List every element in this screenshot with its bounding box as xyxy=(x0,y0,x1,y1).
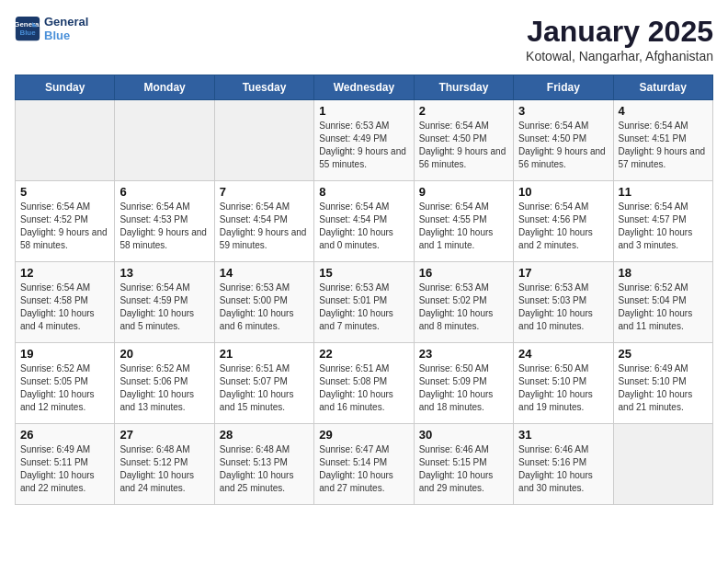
day-info: Sunrise: 6:53 AMSunset: 5:01 PMDaylight:… xyxy=(319,282,408,333)
calendar-cell: 4Sunrise: 6:54 AMSunset: 4:51 PMDaylight… xyxy=(613,100,712,181)
calendar-cell: 30Sunrise: 6:46 AMSunset: 5:15 PMDayligh… xyxy=(414,424,513,505)
day-info: Sunrise: 6:52 AMSunset: 5:05 PMDaylight:… xyxy=(20,362,109,414)
calendar-cell: 23Sunrise: 6:50 AMSunset: 5:09 PMDayligh… xyxy=(414,343,513,424)
calendar-cell: 16Sunrise: 6:53 AMSunset: 5:02 PMDayligh… xyxy=(414,262,513,343)
day-number: 21 xyxy=(220,347,309,361)
day-number: 31 xyxy=(518,428,608,442)
day-number: 11 xyxy=(619,185,708,199)
day-info: Sunrise: 6:46 AMSunset: 5:16 PMDaylight:… xyxy=(518,443,608,495)
calendar-cell xyxy=(115,100,214,181)
day-info: Sunrise: 6:50 AMSunset: 5:10 PMDaylight:… xyxy=(518,362,608,414)
calendar-cell: 3Sunrise: 6:54 AMSunset: 4:50 PMDaylight… xyxy=(514,100,613,181)
day-number: 14 xyxy=(220,266,309,280)
calendar-cell: 12Sunrise: 6:54 AMSunset: 4:58 PMDayligh… xyxy=(16,262,115,343)
calendar-table: SundayMondayTuesdayWednesdayThursdayFrid… xyxy=(15,75,713,505)
logo-line2: Blue xyxy=(44,29,88,42)
calendar-cell: 7Sunrise: 6:54 AMSunset: 4:54 PMDaylight… xyxy=(214,181,313,262)
title-block: January 2025 Kotowal, Nangarhar, Afghani… xyxy=(526,15,713,63)
header-day-sunday: Sunday xyxy=(16,75,115,100)
day-number: 12 xyxy=(20,266,109,280)
calendar-subtitle: Kotowal, Nangarhar, Afghanistan xyxy=(526,49,713,63)
calendar-cell: 6Sunrise: 6:54 AMSunset: 4:53 PMDaylight… xyxy=(115,181,214,262)
header-day-friday: Friday xyxy=(514,75,613,100)
day-info: Sunrise: 6:53 AMSunset: 5:00 PMDaylight:… xyxy=(220,282,309,333)
day-info: Sunrise: 6:50 AMSunset: 5:09 PMDaylight:… xyxy=(419,362,508,414)
day-info: Sunrise: 6:47 AMSunset: 5:14 PMDaylight:… xyxy=(319,443,408,495)
day-info: Sunrise: 6:49 AMSunset: 5:10 PMDaylight:… xyxy=(619,362,708,414)
calendar-cell: 9Sunrise: 6:54 AMSunset: 4:55 PMDaylight… xyxy=(414,181,513,262)
day-number: 6 xyxy=(119,185,209,199)
day-number: 10 xyxy=(518,185,608,199)
day-info: Sunrise: 6:48 AMSunset: 5:12 PMDaylight:… xyxy=(119,443,209,495)
calendar-cell: 26Sunrise: 6:49 AMSunset: 5:11 PMDayligh… xyxy=(16,424,115,505)
svg-text:General: General xyxy=(15,20,40,29)
day-info: Sunrise: 6:54 AMSunset: 4:54 PMDaylight:… xyxy=(319,201,408,252)
day-number: 23 xyxy=(419,347,508,361)
calendar-cell: 31Sunrise: 6:46 AMSunset: 5:16 PMDayligh… xyxy=(514,424,613,505)
day-number: 25 xyxy=(619,347,708,361)
calendar-cell: 28Sunrise: 6:48 AMSunset: 5:13 PMDayligh… xyxy=(214,424,313,505)
calendar-cell: 19Sunrise: 6:52 AMSunset: 5:05 PMDayligh… xyxy=(16,343,115,424)
calendar-cell: 11Sunrise: 6:54 AMSunset: 4:57 PMDayligh… xyxy=(613,181,712,262)
calendar-week-row: 1Sunrise: 6:53 AMSunset: 4:49 PMDaylight… xyxy=(16,100,713,181)
calendar-cell: 25Sunrise: 6:49 AMSunset: 5:10 PMDayligh… xyxy=(613,343,712,424)
day-info: Sunrise: 6:54 AMSunset: 4:57 PMDaylight:… xyxy=(619,201,708,252)
page-header: General Blue General Blue January 2025 K… xyxy=(15,15,713,63)
header-day-thursday: Thursday xyxy=(414,75,513,100)
day-number: 16 xyxy=(419,266,508,280)
calendar-cell: 14Sunrise: 6:53 AMSunset: 5:00 PMDayligh… xyxy=(214,262,313,343)
day-info: Sunrise: 6:54 AMSunset: 4:58 PMDaylight:… xyxy=(20,282,109,333)
day-info: Sunrise: 6:54 AMSunset: 4:56 PMDaylight:… xyxy=(518,201,608,252)
day-number: 19 xyxy=(20,347,109,361)
calendar-cell: 8Sunrise: 6:54 AMSunset: 4:54 PMDaylight… xyxy=(314,181,414,262)
day-info: Sunrise: 6:53 AMSunset: 4:49 PMDaylight:… xyxy=(319,120,408,171)
day-info: Sunrise: 6:54 AMSunset: 4:59 PMDaylight:… xyxy=(119,282,209,333)
calendar-title: January 2025 xyxy=(526,15,713,49)
calendar-cell: 10Sunrise: 6:54 AMSunset: 4:56 PMDayligh… xyxy=(514,181,613,262)
day-info: Sunrise: 6:54 AMSunset: 4:54 PMDaylight:… xyxy=(220,201,309,252)
day-info: Sunrise: 6:52 AMSunset: 5:06 PMDaylight:… xyxy=(119,362,209,414)
calendar-cell: 2Sunrise: 6:54 AMSunset: 4:50 PMDaylight… xyxy=(414,100,513,181)
calendar-cell xyxy=(613,424,712,505)
calendar-cell xyxy=(214,100,313,181)
calendar-cell: 5Sunrise: 6:54 AMSunset: 4:52 PMDaylight… xyxy=(16,181,115,262)
day-number: 17 xyxy=(518,266,608,280)
calendar-cell xyxy=(16,100,115,181)
calendar-cell: 22Sunrise: 6:51 AMSunset: 5:08 PMDayligh… xyxy=(314,343,414,424)
day-info: Sunrise: 6:54 AMSunset: 4:50 PMDaylight:… xyxy=(419,120,508,171)
calendar-cell: 27Sunrise: 6:48 AMSunset: 5:12 PMDayligh… xyxy=(115,424,214,505)
day-number: 7 xyxy=(220,185,309,199)
day-info: Sunrise: 6:54 AMSunset: 4:51 PMDaylight:… xyxy=(619,120,708,171)
day-number: 15 xyxy=(319,266,408,280)
day-info: Sunrise: 6:54 AMSunset: 4:52 PMDaylight:… xyxy=(20,201,109,252)
day-info: Sunrise: 6:52 AMSunset: 5:04 PMDaylight:… xyxy=(619,282,708,333)
day-info: Sunrise: 6:51 AMSunset: 5:07 PMDaylight:… xyxy=(220,362,309,414)
calendar-week-row: 5Sunrise: 6:54 AMSunset: 4:52 PMDaylight… xyxy=(16,181,713,262)
calendar-week-row: 26Sunrise: 6:49 AMSunset: 5:11 PMDayligh… xyxy=(16,424,713,505)
day-number: 24 xyxy=(518,347,608,361)
day-number: 27 xyxy=(119,428,209,442)
day-number: 9 xyxy=(419,185,508,199)
day-number: 30 xyxy=(419,428,508,442)
day-number: 22 xyxy=(319,347,408,361)
calendar-cell: 15Sunrise: 6:53 AMSunset: 5:01 PMDayligh… xyxy=(314,262,414,343)
day-number: 4 xyxy=(619,104,708,118)
calendar-week-row: 12Sunrise: 6:54 AMSunset: 4:58 PMDayligh… xyxy=(16,262,713,343)
day-info: Sunrise: 6:51 AMSunset: 5:08 PMDaylight:… xyxy=(319,362,408,414)
day-number: 3 xyxy=(518,104,608,118)
day-info: Sunrise: 6:54 AMSunset: 4:55 PMDaylight:… xyxy=(419,201,508,252)
logo: General Blue General Blue xyxy=(15,15,88,42)
day-number: 13 xyxy=(119,266,209,280)
svg-text:Blue: Blue xyxy=(19,29,36,37)
day-number: 29 xyxy=(319,428,408,442)
day-info: Sunrise: 6:53 AMSunset: 5:03 PMDaylight:… xyxy=(518,282,608,333)
calendar-cell: 17Sunrise: 6:53 AMSunset: 5:03 PMDayligh… xyxy=(514,262,613,343)
header-day-wednesday: Wednesday xyxy=(314,75,414,100)
header-day-monday: Monday xyxy=(115,75,214,100)
calendar-cell: 20Sunrise: 6:52 AMSunset: 5:06 PMDayligh… xyxy=(115,343,214,424)
calendar-header-row: SundayMondayTuesdayWednesdayThursdayFrid… xyxy=(16,75,713,100)
day-number: 1 xyxy=(319,104,408,118)
day-number: 28 xyxy=(220,428,309,442)
day-info: Sunrise: 6:48 AMSunset: 5:13 PMDaylight:… xyxy=(220,443,309,495)
calendar-cell: 1Sunrise: 6:53 AMSunset: 4:49 PMDaylight… xyxy=(314,100,414,181)
